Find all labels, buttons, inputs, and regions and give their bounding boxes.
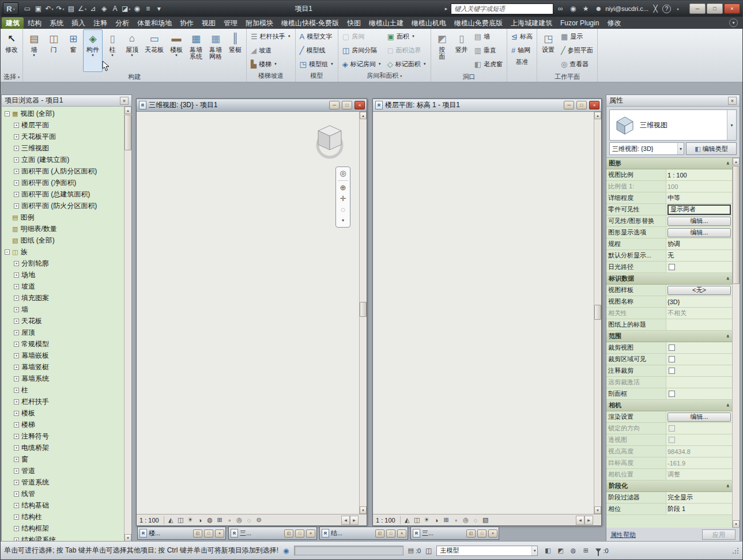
ribbon-tab[interactable]: 插入 [67,17,89,29]
checkbox[interactable] [669,345,675,351]
property-value[interactable]: -161.9 [666,457,732,468]
title-bar[interactable]: R ▾ ▭ ▣ ↶ ▾ ↷ [1,1,742,17]
scroll-up-icon[interactable]: ▲ [360,112,367,119]
tree-item[interactable]: ▤ 图例 [2,211,124,223]
shadows-icon[interactable]: ◑ [432,516,442,525]
hide-isolate-icon[interactable]: ◎ [235,516,244,525]
wall-opening-button[interactable]: ▤ 墙 [472,29,506,43]
tree-item[interactable]: + 楼层平面 [2,119,124,131]
property-value[interactable]: 完全显示 [666,492,732,503]
print-button[interactable]: ▤ [66,3,77,14]
scroll-right-icon[interactable]: ▶ [584,516,593,525]
detail-level-icon[interactable]: ◭ [166,516,176,525]
modify-button[interactable]: ↖ 修改 [2,29,21,72]
expand-icon[interactable]: + [14,180,19,186]
save-button[interactable]: ▣ [33,3,44,14]
view-window-titlebar[interactable]: R 楼层平面: 标高 1 - 项目1 ─ □ × [373,99,601,112]
close-button[interactable]: × [397,529,406,538]
ribbon-panel-label[interactable]: 基准 [508,57,535,67]
ribbon-display-toggle[interactable]: ▾ [729,18,738,27]
select-links-toggle[interactable]: ⊞ [580,546,591,555]
scale-button[interactable]: 1 : 100 [139,517,159,524]
select-panel-label[interactable]: 选择 ▾ [2,72,21,82]
expand-icon[interactable]: + [14,411,19,416]
tree-item[interactable]: + 幕墙嵌板 [2,350,124,361]
tree-item[interactable]: + 管道系统 [2,476,124,488]
scrollbar-thumb[interactable] [360,302,367,317]
property-edit-button[interactable]: 编辑... [667,228,731,237]
property-value[interactable] [666,434,732,445]
scroll-right-icon[interactable]: ▶ [350,516,359,525]
property-value[interactable]: 编辑... [666,215,732,226]
expand-icon[interactable]: + [14,445,19,451]
selection-filter[interactable]: :0 [595,547,608,554]
worksets-status[interactable]: ▤ :0 [408,547,421,554]
detail-level-icon[interactable]: ◭ [402,516,412,525]
ribbon-tab[interactable]: 橄榄山机电 [408,17,450,29]
properties-section-header[interactable]: 阶段化 ∧ [606,480,732,492]
railing-button[interactable]: ☰ 栏杆扶手 ▼ [248,29,294,43]
ribbon-panel-label[interactable]: 构建 [24,72,245,82]
scroll-down-icon[interactable]: ▼ [360,506,367,514]
help-icon[interactable]: ? [662,5,671,13]
expand-icon[interactable]: + [14,399,19,404]
collapse-icon[interactable]: ∧ [726,161,730,166]
ribbon-tab[interactable]: 体量和场地 [133,17,176,29]
checkbox[interactable] [669,425,675,432]
properties-section-header[interactable]: 相机 ∧ [606,400,732,411]
close-button[interactable]: × [354,101,365,109]
hide-isolate-icon[interactable]: ◎ [461,516,471,525]
ribbon-tab[interactable]: 注释 [89,17,111,29]
tree-item[interactable]: + 结构柱 [2,511,124,523]
floor-button[interactable]: ▬ 楼板 ▼ [167,29,186,72]
ribbon-tab[interactable]: 橄榄山快模-免费版 [277,17,343,29]
tree-item[interactable]: + 面积平面 (净面积) [2,177,124,188]
property-value[interactable]: 编辑... [666,227,732,238]
orbit-icon[interactable]: ◌ [341,206,345,214]
help-dropdown-icon[interactable]: ▾ [672,7,684,11]
tree-item[interactable]: + 墙 [2,304,124,315]
expand-icon[interactable]: + [14,503,19,508]
checkbox[interactable] [669,356,675,362]
ribbon-tab[interactable]: 建筑 [2,17,24,29]
expand-icon[interactable]: + [14,526,19,531]
reveal-hidden-icon[interactable]: ◌ [244,516,254,525]
tree-item[interactable]: + 楼板 [2,407,124,419]
instance-selector[interactable]: 三维视图: {3D} ▾ [609,142,684,155]
design-options-select[interactable]: 主模型 ▾ [436,546,538,556]
viewer-button[interactable]: ◎ 查看器 [558,57,596,71]
close-icon[interactable]: × [120,97,129,105]
maximize-button[interactable]: □ [576,101,587,109]
expand-icon[interactable]: + [14,307,19,312]
minimized-view-window[interactable]: R 结... ◱ □ × [319,527,408,540]
scroll-up-icon[interactable]: ▲ [733,158,740,165]
expand-icon[interactable]: + [14,203,19,209]
properties-section-header[interactable]: 图形 ∧ [606,158,732,169]
property-value[interactable]: 阶段 1 [666,504,732,514]
window-button[interactable]: ⊞ 窗 [63,29,83,72]
checkbox[interactable] [669,264,675,270]
section-button[interactable]: ◉ [131,3,142,14]
tree-item[interactable]: + 立面 (建筑立面) [2,154,124,165]
properties-help-link[interactable]: 属性帮助 [610,531,636,539]
door-button[interactable]: ◫ 门 [44,29,63,72]
property-value[interactable]: <无> [666,285,732,296]
curtain-grid-button[interactable]: ▦ 幕墙 网格 [206,29,225,72]
expand-icon[interactable]: + [14,342,19,347]
favorites-icon[interactable]: ★ [580,5,591,13]
ribbon-panel-label[interactable]: 工作平面 [538,72,596,82]
dormer-opening-button[interactable]: ◧ 老虎窗 [472,57,506,71]
ribbon-tab[interactable]: 视图 [198,17,220,29]
show-work-plane-button[interactable]: ▦ 显示 [558,29,596,43]
scroll-down-icon[interactable]: ▼ [733,520,740,528]
tree-item[interactable]: ▥ 明细表/数量 [2,223,124,234]
scroll-up-icon[interactable]: ▲ [594,112,601,119]
close-button[interactable]: × [589,101,599,109]
crop-region-icon[interactable]: ▫ [225,516,235,525]
expand-icon[interactable]: + [14,434,19,439]
mullion-button[interactable]: ║ 竖梃 [225,29,245,72]
close-button[interactable]: × [488,529,497,538]
crop-view-icon[interactable]: ⊞ [215,516,225,525]
tree-item[interactable]: + 结构框架 [2,523,124,534]
component-button[interactable]: ◈ 构件 ▼ [83,29,103,72]
